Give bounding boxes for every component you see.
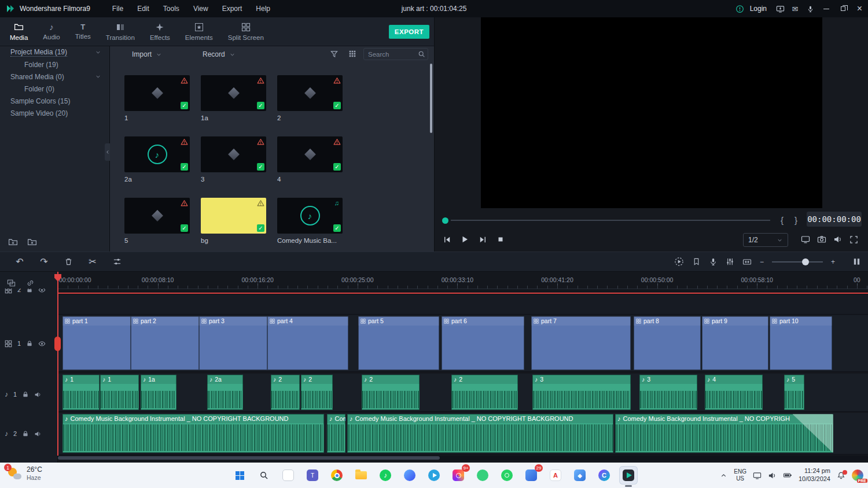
tray-expand-icon[interactable] (720, 472, 727, 479)
new-folder-icon[interactable] (8, 237, 18, 247)
media-item[interactable]: ✓ 2 (277, 75, 343, 121)
start-taskbar-icon[interactable] (230, 466, 249, 485)
music-clip[interactable]: ♪Comedy Music Background Instrumental _ … (615, 414, 833, 453)
zoom-slider[interactable] (772, 258, 823, 266)
audio-clip[interactable]: ♪2 (451, 375, 518, 410)
audio-clip[interactable]: ♪2 (271, 375, 300, 410)
chrome-taskbar-icon[interactable] (328, 466, 346, 485)
media-item[interactable]: ♪♫✓ Comedy Music Ba... (277, 198, 343, 244)
zoom-in-icon[interactable]: + (831, 258, 835, 265)
media-item[interactable]: ✓ 5 (124, 198, 190, 244)
track-header-audio-1[interactable]: ♪ 1 (0, 387, 58, 402)
next-frame-button[interactable] (477, 232, 488, 246)
record-voiceover-icon[interactable] (709, 257, 718, 266)
media-scrollbar[interactable] (430, 64, 432, 133)
display-device-icon[interactable] (801, 235, 810, 244)
video-track-2-lane[interactable] (58, 295, 868, 315)
sidebar-item[interactable]: Folder (0) (0, 83, 109, 95)
eye-icon[interactable] (38, 289, 46, 294)
redo-icon[interactable]: ↷ (37, 255, 51, 269)
eye-icon[interactable] (38, 340, 46, 347)
notifications-icon[interactable] (837, 471, 845, 480)
tray-app-icon[interactable]: PRE (852, 469, 863, 481)
page-selector[interactable]: 1/2 (743, 233, 788, 247)
record-dropdown[interactable]: Record (203, 49, 236, 60)
audio-clip[interactable]: ♪4 (705, 375, 763, 410)
playhead-grip[interactable] (54, 337, 61, 351)
track-header-video-1[interactable]: 1 (0, 336, 58, 351)
track-header-audio-2[interactable]: ♪ 2 (0, 426, 58, 441)
fit-timeline-icon[interactable] (742, 257, 752, 267)
previous-frame-button[interactable] (442, 232, 452, 246)
audio-clip[interactable]: ♪5 (784, 375, 804, 410)
audio-clip[interactable]: ♪2 (301, 375, 333, 410)
media-item[interactable]: ✓ 1 (124, 75, 190, 121)
media-item[interactable]: ✓ 1a (201, 75, 266, 121)
zoom-out-icon[interactable]: − (760, 258, 764, 265)
timeline-scrollbar[interactable] (58, 456, 868, 460)
video-clip[interactable]: part 3 (199, 316, 267, 370)
weather-widget[interactable]: 1 26°C Haze (7, 466, 42, 481)
playhead[interactable] (57, 272, 58, 456)
collapse-sidebar-handle[interactable] (105, 143, 110, 161)
tab-media[interactable]: Media (2, 17, 35, 46)
audio-clip[interactable]: ♪2 (362, 375, 420, 410)
play-button[interactable] (459, 232, 470, 246)
green-app-taskbar-icon[interactable] (473, 466, 492, 485)
tab-titles[interactable]: T Titles (68, 17, 98, 46)
sidebar-item[interactable]: Sample Video (20) (0, 107, 109, 119)
clock[interactable]: 11:24 pm 10/03/2024 (799, 467, 830, 483)
fullscreen-icon[interactable] (849, 235, 858, 244)
menu-edit[interactable]: Edit (130, 2, 156, 15)
media-item[interactable]: ✓ bg (201, 198, 266, 244)
sidebar-item[interactable]: Shared Media (0) (0, 71, 109, 83)
undo-icon[interactable]: ↶ (13, 255, 27, 269)
track-header-video-2[interactable]: 2 (0, 289, 58, 296)
whatsapp-taskbar-icon[interactable] (498, 466, 516, 485)
chat-app-taskbar-icon[interactable]: 29 (522, 466, 540, 485)
timeline-scrollbar-thumb[interactable] (58, 456, 440, 460)
audio-clip[interactable]: ♪3 (532, 375, 631, 410)
photos-taskbar-icon[interactable]: ◆ (571, 466, 589, 485)
snapshot-icon[interactable] (817, 235, 826, 244)
audio-clip[interactable]: ♪2a (207, 375, 243, 410)
instagram-taskbar-icon[interactable]: 9+ (449, 466, 468, 485)
filmora-taskbar-icon[interactable] (619, 466, 638, 485)
delete-icon[interactable] (61, 255, 75, 269)
video-clip[interactable]: part 7 (531, 316, 631, 370)
tab-elements[interactable]: Elements (178, 17, 220, 46)
audio-clip[interactable]: ♪3 (639, 375, 697, 410)
video-preview[interactable] (481, 17, 822, 208)
login-button[interactable]: Login (750, 5, 767, 13)
volume-tray-icon[interactable] (768, 471, 777, 480)
telegram-taskbar-icon[interactable] (425, 466, 443, 485)
music-clip[interactable]: ♪Comedy Music Background Instrumental _ … (62, 414, 324, 453)
mark-in-icon[interactable]: { (781, 215, 784, 225)
speaker-icon[interactable] (34, 430, 42, 438)
menu-tools[interactable]: Tools (156, 2, 186, 15)
lock-icon[interactable] (22, 391, 29, 398)
mail-icon[interactable]: ✉ (788, 0, 803, 17)
file-explorer-taskbar-icon[interactable] (352, 466, 370, 485)
volume-icon[interactable] (833, 235, 843, 244)
search-taskbar-icon[interactable] (255, 466, 273, 485)
music-clip[interactable]: ♪Comedy Music Background Instrumental _ … (347, 414, 613, 453)
task-view-taskbar-icon[interactable] (279, 466, 297, 485)
split-scissors-icon[interactable]: ✂ (86, 255, 100, 269)
delete-folder-icon[interactable] (27, 237, 37, 247)
marker-icon[interactable] (692, 257, 701, 266)
battery-icon[interactable] (783, 471, 792, 480)
tab-audio[interactable]: ♪ Audio (35, 17, 67, 46)
chevron-down-icon[interactable] (95, 73, 101, 80)
menu-help[interactable]: Help (249, 2, 277, 15)
audio-track-2-lane[interactable]: ♪Comedy Music Background Instrumental _ … (58, 413, 868, 454)
video-clip[interactable]: part 6 (442, 316, 524, 370)
music-clip[interactable]: ♪Comedy Music Background Instrumental _ … (327, 414, 345, 453)
video-track-1-lane[interactable]: part 1 part 2 part 3 part 4 part 5 part … (58, 315, 868, 372)
video-clip[interactable]: part 5 (358, 316, 439, 370)
video-clip[interactable]: part 10 (770, 316, 832, 370)
close-button[interactable]: × (851, 0, 868, 17)
search-input[interactable] (368, 51, 418, 58)
audio-track-1-lane[interactable]: ♪1 ♪1 ♪1a ♪2a ♪2 ♪2 ♪2 ♪2 ♪3 ♪3 ♪4 (58, 374, 868, 412)
sidebar-item[interactable]: Project Media (19) (0, 46, 109, 58)
